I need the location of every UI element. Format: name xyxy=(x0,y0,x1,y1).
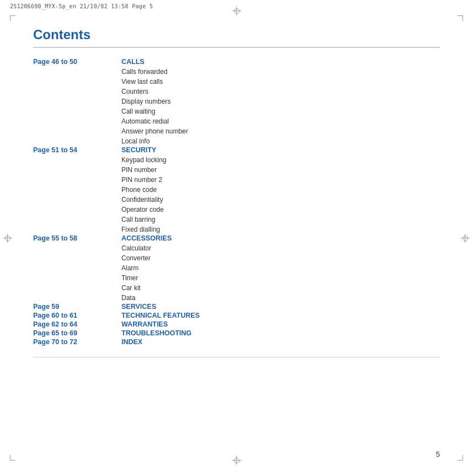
toc-item: PIN number 2 xyxy=(121,175,440,185)
toc-item: Display numbers xyxy=(121,97,440,106)
toc-row-warranties: Page 62 to 64WARRANTIES xyxy=(33,320,440,329)
top-divider xyxy=(33,47,440,48)
toc-item: Calls forwarded xyxy=(121,67,440,77)
page-title: Contents xyxy=(33,27,440,42)
bottom-divider xyxy=(33,357,440,357)
toc-item: Calculator xyxy=(121,243,440,253)
section-title-warranties: WARRANTIES xyxy=(121,320,440,328)
reg-mark-left xyxy=(3,234,12,243)
toc-content-warranties: WARRANTIES xyxy=(121,320,440,329)
section-title-security: SECURITY xyxy=(121,146,440,154)
toc-item: Call waiting xyxy=(121,106,440,116)
page-number: 5 xyxy=(436,450,440,458)
section-title-troubleshooting: TROUBLESHOOTING xyxy=(121,329,440,337)
toc-item: Call barring xyxy=(121,215,440,224)
toc-item: View last calls xyxy=(121,77,440,87)
toc-item: Timer xyxy=(121,273,440,283)
toc-page-calls: Page 46 to 50 xyxy=(33,58,121,146)
toc-item: Answer phone number xyxy=(121,126,440,136)
toc-table: Page 46 to 50CALLSCalls forwardedView la… xyxy=(33,58,440,347)
page-wrapper: 251206690_MYX-5p_en 21/10/02 13:58 Page … xyxy=(0,0,473,476)
toc-content-security: SECURITYKeypad lockingPIN numberPIN numb… xyxy=(121,146,440,234)
toc-content-services: SERVICES xyxy=(121,303,440,312)
content-area: Contents Page 46 to 50CALLSCalls forward… xyxy=(0,12,473,379)
toc-page-technical: Page 60 to 61 xyxy=(33,312,121,320)
print-info-text: 251206690_MYX-5p_en 21/10/02 13:58 Page … xyxy=(10,3,153,9)
toc-item: PIN number xyxy=(121,165,440,175)
toc-row-security: Page 51 to 54SECURITYKeypad lockingPIN n… xyxy=(33,146,440,234)
toc-item: Car kit xyxy=(121,283,440,293)
toc-row-troubleshooting: Page 65 to 69TROUBLESHOOTING xyxy=(33,329,440,338)
toc-item: Fixed dialling xyxy=(121,224,440,234)
toc-content-index: INDEX xyxy=(121,338,440,347)
toc-item: Alarm xyxy=(121,263,440,273)
reg-mark-bottom xyxy=(232,456,241,465)
toc-content-technical: TECHNICAL FEATURES xyxy=(121,312,440,320)
toc-content-troubleshooting: TROUBLESHOOTING xyxy=(121,329,440,338)
section-title-services: SERVICES xyxy=(121,303,440,311)
toc-row-accessories: Page 55 to 58ACCESSORIESCalculatorConver… xyxy=(33,234,440,303)
toc-row-calls: Page 46 to 50CALLSCalls forwardedView la… xyxy=(33,58,440,146)
toc-page-warranties: Page 62 to 64 xyxy=(33,320,121,329)
toc-item: Confidentiality xyxy=(121,195,440,205)
toc-item: Phone code xyxy=(121,185,440,195)
toc-item: Keypad locking xyxy=(121,155,440,165)
toc-item: Operator code xyxy=(121,205,440,215)
toc-page-index: Page 70 to 72 xyxy=(33,338,121,347)
section-title-technical: TECHNICAL FEATURES xyxy=(121,312,440,319)
toc-content-accessories: ACCESSORIESCalculatorConverterAlarmTimer… xyxy=(121,234,440,303)
toc-item: Local info xyxy=(121,136,440,146)
reg-mark-top xyxy=(232,7,241,15)
corner-mark-bl xyxy=(10,455,15,461)
toc-row-index: Page 70 to 72INDEX xyxy=(33,338,440,347)
toc-item: Data xyxy=(121,293,440,303)
corner-mark-br xyxy=(458,455,463,461)
toc-item: Converter xyxy=(121,253,440,263)
toc-item: Counters xyxy=(121,87,440,97)
toc-row-technical: Page 60 to 61TECHNICAL FEATURES xyxy=(33,312,440,320)
toc-item: Automatic redial xyxy=(121,116,440,126)
section-title-accessories: ACCESSORIES xyxy=(121,234,440,242)
corner-mark-tl xyxy=(10,15,15,21)
toc-page-security: Page 51 to 54 xyxy=(33,146,121,234)
section-title-calls: CALLS xyxy=(121,58,440,66)
corner-mark-tr xyxy=(458,15,463,21)
toc-content-calls: CALLSCalls forwardedView last callsCount… xyxy=(121,58,440,146)
toc-page-services: Page 59 xyxy=(33,303,121,312)
toc-page-accessories: Page 55 to 58 xyxy=(33,234,121,303)
toc-row-services: Page 59SERVICES xyxy=(33,303,440,312)
reg-mark-right xyxy=(461,234,470,243)
section-title-index: INDEX xyxy=(121,338,440,346)
toc-page-troubleshooting: Page 65 to 69 xyxy=(33,329,121,338)
